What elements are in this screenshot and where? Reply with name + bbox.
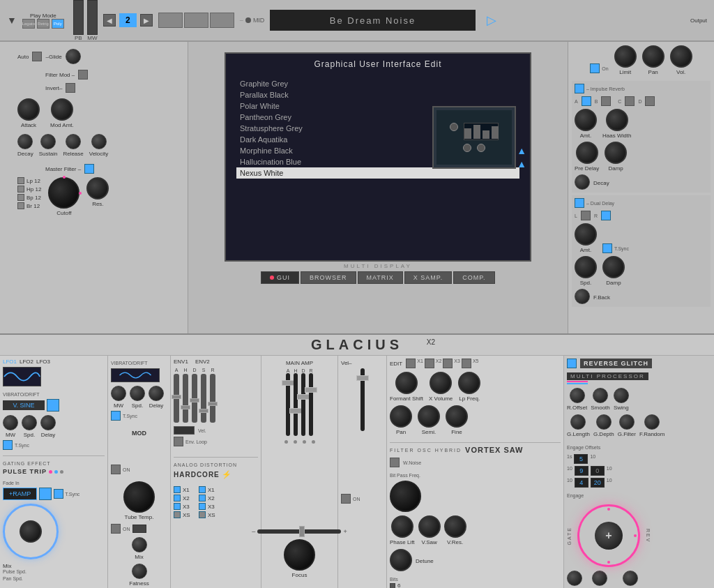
invert-checkbox[interactable] (66, 83, 75, 93)
g-depth-knob[interactable] (596, 414, 612, 430)
fine-knob[interactable] (446, 405, 468, 428)
env-a-slider[interactable]: A (174, 368, 179, 423)
filter-mod-checkbox[interactable] (78, 70, 88, 80)
lfo2-btn[interactable]: LFO2 (20, 359, 33, 365)
env-d-slider[interactable]: D (192, 368, 197, 423)
r-offset-knob[interactable] (570, 388, 585, 403)
glide-knob[interactable] (66, 49, 81, 64)
x-volume-knob[interactable] (430, 372, 452, 394)
x2-cb-l[interactable] (174, 495, 181, 502)
bit-6-check[interactable] (390, 583, 395, 589)
lfo-spd-knob[interactable] (22, 415, 37, 430)
w-noise-btn[interactable] (390, 458, 400, 467)
reverb-a-btn[interactable] (582, 96, 591, 106)
v-saw-knob[interactable] (418, 515, 441, 538)
focus-knob[interactable] (284, 539, 315, 571)
vibrato-nav-btn[interactable] (47, 399, 59, 412)
rg-on-btn[interactable] (567, 359, 577, 368)
limit-knob[interactable] (614, 45, 637, 68)
smooth-knob[interactable] (593, 388, 608, 403)
phase-lift-knob[interactable] (391, 515, 413, 538)
num-4[interactable]: 4 (575, 478, 588, 488)
attack-knob[interactable] (17, 98, 40, 121)
bp12-check[interactable]: Bp 12 (17, 194, 41, 201)
vibrato-mw-knob[interactable] (111, 386, 126, 401)
reverb-damp-knob[interactable] (605, 142, 627, 164)
mw-slider[interactable]: MW (87, 0, 98, 41)
x1-cb-l[interactable] (174, 486, 181, 493)
poly-btn[interactable]: Poly (52, 19, 64, 29)
delay-r-btn[interactable] (601, 211, 611, 220)
retrig-btn[interactable]: Retrig (37, 19, 50, 29)
focus-h-fader[interactable] (257, 529, 341, 534)
dropdown-arrow[interactable]: ▼ (7, 15, 17, 26)
lfo-delay-knob[interactable] (40, 415, 56, 430)
edit-x2-btn[interactable] (425, 359, 434, 368)
br12-check[interactable]: Br 12 (17, 202, 41, 209)
reverb-decay-knob[interactable] (575, 174, 590, 190)
v-sine-display[interactable]: V. SINE (3, 400, 45, 410)
prev-preset-btn[interactable]: ◀ (103, 14, 116, 27)
delay-spd-knob[interactable] (575, 256, 597, 278)
res-knob[interactable] (86, 177, 109, 199)
edit-x3-btn[interactable] (443, 359, 453, 368)
final-mix-knob[interactable] (567, 571, 582, 586)
xs-cb-l[interactable] (174, 511, 181, 518)
delay-amt-knob[interactable] (575, 223, 597, 246)
play-button[interactable]: ▷ (481, 12, 502, 29)
vibrato-tsync-btn[interactable] (111, 411, 121, 421)
lfo1-btn[interactable]: LFO1 (3, 359, 17, 365)
sustain-knob[interactable] (40, 134, 56, 149)
t-sync-btn[interactable] (602, 243, 612, 253)
formant-shift-knob[interactable] (395, 372, 418, 394)
on-btn-2[interactable] (111, 524, 121, 534)
env-loop-btn[interactable] (174, 437, 183, 446)
scroll-down-btn[interactable]: ▲ (517, 158, 526, 169)
auto-checkbox[interactable] (32, 52, 42, 61)
tab-matrix[interactable]: MATRIX (358, 271, 403, 284)
haas-width-knob[interactable] (606, 109, 628, 131)
x1-cb-r[interactable] (199, 486, 206, 493)
amp-d-fader[interactable]: D (301, 368, 305, 438)
scroll-up-btn[interactable]: ▲ (517, 145, 526, 156)
lp-freq-knob[interactable] (458, 372, 480, 394)
num-20[interactable]: 20 (591, 478, 605, 488)
mix-knob-2[interactable] (132, 537, 147, 552)
lfo-tsync-btn[interactable] (3, 440, 13, 450)
bit-pass-knob[interactable] (390, 481, 421, 512)
tab-browser[interactable]: BROWSER (301, 271, 356, 284)
delay-damp-knob[interactable] (602, 256, 625, 278)
tab-xsamp[interactable]: X SAMP. (404, 271, 452, 284)
semi-knob[interactable] (418, 405, 440, 428)
pulse-dial[interactable] (3, 504, 59, 559)
fatness-knob[interactable] (132, 564, 147, 579)
g-filter-knob[interactable] (619, 414, 635, 430)
reverb-c-btn[interactable] (625, 96, 635, 106)
decay-knob[interactable] (17, 134, 33, 149)
detune-knob[interactable] (390, 549, 412, 571)
env-s-slider[interactable]: S (201, 368, 206, 423)
pulse-inner-knob[interactable] (20, 520, 42, 543)
x2-cb-r[interactable] (199, 495, 206, 502)
g-length-knob[interactable] (570, 414, 586, 430)
ctrl-btn-3[interactable] (210, 13, 234, 28)
master-filter-checkbox[interactable] (84, 164, 94, 174)
lfo3-btn[interactable]: LFO3 (36, 359, 50, 365)
num-9[interactable]: 9 (575, 466, 588, 476)
reverb-d-btn[interactable] (645, 96, 655, 106)
cutoff-knob[interactable] (48, 177, 79, 209)
ctrl-btn-2[interactable] (184, 13, 208, 28)
pb-slider[interactable]: PB (73, 0, 84, 41)
f-random-knob[interactable] (644, 414, 660, 430)
reverb-on-btn[interactable] (575, 84, 584, 93)
release-knob[interactable] (66, 134, 81, 149)
vol-knob[interactable] (670, 45, 692, 68)
ramp-nav-btn[interactable] (39, 488, 52, 500)
vel-display[interactable] (174, 426, 195, 435)
vortex-on-btn[interactable] (341, 494, 351, 504)
swing-knob[interactable] (614, 388, 629, 403)
vibrato-delay-knob[interactable] (149, 386, 164, 401)
main-dial[interactable]: + (577, 504, 640, 567)
tab-gui[interactable]: GUI (261, 271, 299, 284)
edit-x5-btn[interactable] (462, 359, 471, 368)
